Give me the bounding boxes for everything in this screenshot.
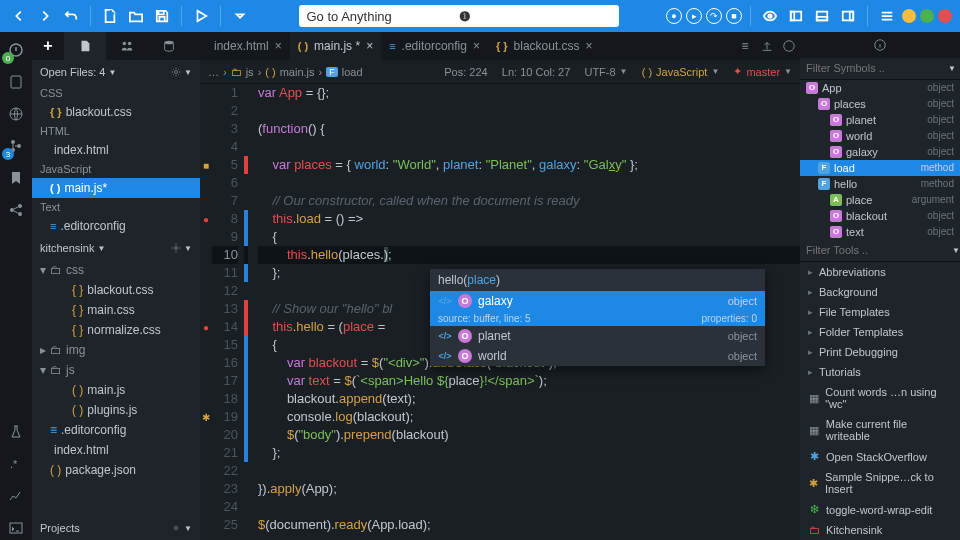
activity-vcs[interactable]: 3 (4, 134, 28, 158)
symbol-item[interactable]: Floadmethod (800, 160, 960, 176)
close-tab-icon[interactable]: × (275, 39, 282, 53)
symbol-item[interactable]: Oplacesobject (800, 96, 960, 112)
crumb-file[interactable]: main.js (280, 66, 315, 78)
goto-input[interactable]: Go to Anything ❶ (299, 5, 619, 27)
symbol-item[interactable]: Otextobject (800, 224, 960, 240)
symbol-item[interactable]: Oworldobject (800, 128, 960, 144)
panel-left-icon[interactable] (785, 5, 807, 27)
gear-icon[interactable] (170, 66, 182, 78)
dropdown-button[interactable] (229, 5, 251, 27)
maximize-button[interactable] (920, 9, 934, 23)
tool-category[interactable]: ▸Abbreviations (800, 262, 960, 282)
minimize-button[interactable] (902, 9, 916, 23)
info-icon[interactable] (873, 38, 887, 52)
gear-icon[interactable] (170, 242, 182, 254)
symbol-item[interactable]: Aplaceargument (800, 192, 960, 208)
panel-right-icon[interactable] (837, 5, 859, 27)
tree-file[interactable]: index.html (32, 440, 200, 460)
editor-tab[interactable]: ≡.editorconfig× (381, 32, 488, 60)
symbol-item[interactable]: Oplanetobject (800, 112, 960, 128)
new-tab-button[interactable]: + (32, 32, 64, 60)
goto-info-icon[interactable]: ❶ (459, 9, 611, 24)
tab-browser-icon[interactable] (778, 39, 800, 53)
close-tab-icon[interactable]: × (366, 39, 373, 53)
tree-folder[interactable]: ▾🗀js (32, 360, 200, 380)
undo-button[interactable] (60, 5, 82, 27)
crumb-folder[interactable]: js (246, 66, 254, 78)
autocomplete-item[interactable]: </>Ogalaxyobject (430, 291, 765, 311)
tool-category[interactable]: ▸Folder Templates (800, 322, 960, 342)
crumb-symbol[interactable]: load (342, 66, 363, 78)
side-tab-files[interactable] (64, 32, 106, 60)
tool-item[interactable]: ▦Make current file writeable (800, 414, 960, 446)
forward-button[interactable] (34, 5, 56, 27)
projects-header[interactable]: Projects ▼ (32, 516, 200, 540)
run-button[interactable] (190, 5, 212, 27)
activity-chart[interactable] (4, 484, 28, 508)
activity-bookmark[interactable] (4, 166, 28, 190)
symbol-item[interactable]: Ogalaxyobject (800, 144, 960, 160)
view-toggle-icon[interactable] (759, 5, 781, 27)
side-tab-people[interactable] (106, 32, 148, 60)
editor-tab[interactable]: index.html× (200, 32, 290, 60)
new-file-button[interactable] (99, 5, 121, 27)
open-button[interactable] (125, 5, 147, 27)
tree-file[interactable]: ≡.editorconfig (32, 420, 200, 440)
activity-globe[interactable] (4, 102, 28, 126)
side-tab-db[interactable] (148, 32, 190, 60)
open-file-item[interactable]: index.html (32, 140, 200, 160)
tool-item[interactable]: ❇toggle-word-wrap-edit (800, 499, 960, 520)
status-language[interactable]: JavaScript (656, 66, 707, 78)
tool-category[interactable]: ▸File Templates (800, 302, 960, 322)
tree-file[interactable]: { }normalize.css (32, 320, 200, 340)
tool-item[interactable]: 🗀Kitchensink (800, 520, 960, 540)
status-pos[interactable]: Pos: 224 (444, 66, 487, 78)
activity-regex[interactable]: .* (4, 452, 28, 476)
activity-share[interactable] (4, 198, 28, 222)
close-window-button[interactable] (938, 9, 952, 23)
save-button[interactable] (151, 5, 173, 27)
open-files-header[interactable]: Open Files: 4 ▼ ▼ (32, 60, 200, 84)
menu-button[interactable] (876, 5, 898, 27)
open-file-item[interactable]: { }blackout.css (32, 102, 200, 122)
autocomplete-item[interactable]: </>Oworldobject (430, 346, 765, 366)
close-tab-icon[interactable]: × (586, 39, 593, 53)
tool-category[interactable]: ▸Tutorials (800, 362, 960, 382)
activity-issues[interactable]: 0 (4, 38, 28, 62)
status-branch[interactable]: master (746, 66, 780, 78)
tool-item[interactable]: ▦Count words …n using "wc" (800, 382, 960, 414)
tools-filter-input[interactable] (806, 244, 944, 256)
back-button[interactable] (8, 5, 30, 27)
tool-category[interactable]: ▸Background (800, 282, 960, 302)
open-file-item[interactable]: ( )main.js* (32, 178, 200, 198)
activity-search[interactable] (4, 70, 28, 94)
close-tab-icon[interactable]: × (473, 39, 480, 53)
activity-terminal[interactable] (4, 516, 28, 540)
tree-file[interactable]: ( )plugins.js (32, 400, 200, 420)
panel-bottom-icon[interactable] (811, 5, 833, 27)
symbol-item[interactable]: Fhellomethod (800, 176, 960, 192)
open-file-item[interactable]: ≡.editorconfig (32, 216, 200, 236)
activity-flask[interactable] (4, 420, 28, 444)
tree-folder[interactable]: ▾🗀css (32, 260, 200, 280)
record-button[interactable]: ● (666, 8, 682, 24)
debug-stop-button[interactable]: ■ (726, 8, 742, 24)
editor-tab[interactable]: ( )main.js *× (290, 32, 381, 60)
debug-play-button[interactable]: ▸ (686, 8, 702, 24)
breadcrumb-ellipsis[interactable]: … (208, 66, 219, 78)
project-header[interactable]: kitchensink ▼ ▼ (32, 236, 200, 260)
tree-folder[interactable]: ▸🗀img (32, 340, 200, 360)
autocomplete-item[interactable]: </>Oplanetobject (430, 326, 765, 346)
tree-file[interactable]: ( )main.js (32, 380, 200, 400)
tree-file[interactable]: { }main.css (32, 300, 200, 320)
code-editor[interactable]: ■●●✱ 12345678910111213141516171819202122… (200, 84, 800, 540)
symbol-item[interactable]: OAppobject (800, 80, 960, 96)
symbols-filter-input[interactable] (806, 62, 944, 74)
tool-item[interactable]: ✱Sample Snippe…ck to Insert (800, 467, 960, 499)
debug-step-button[interactable]: ↷ (706, 8, 722, 24)
tool-category[interactable]: ▸Print Debugging (800, 342, 960, 362)
tab-upload-icon[interactable] (756, 39, 778, 53)
tree-file[interactable]: ( )package.json (32, 460, 200, 480)
gear-icon[interactable] (170, 522, 182, 534)
status-line[interactable]: Ln: 10 Col: 27 (502, 66, 571, 78)
